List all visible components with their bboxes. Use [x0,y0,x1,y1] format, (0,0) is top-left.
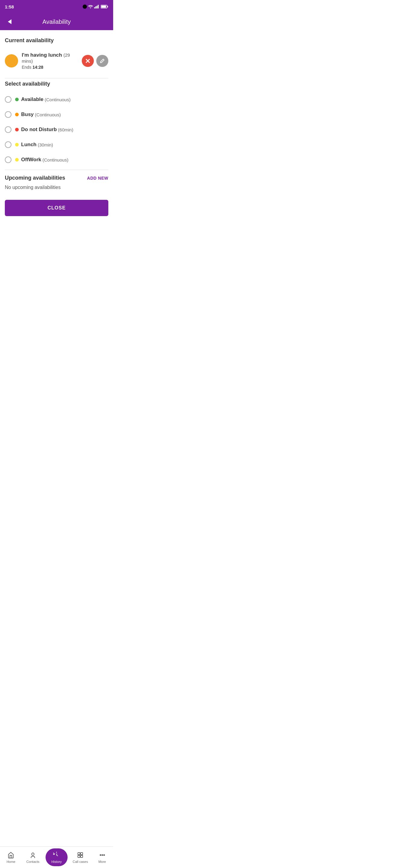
list-item[interactable]: Available (Continuous) [5,92,108,107]
list-item[interactable]: Do not Disturb (60min) [5,122,108,137]
available-indicator [15,98,19,101]
upcoming-availabilities-section: Upcoming availabilities ADD NEW No upcom… [5,175,108,190]
back-arrow-icon [8,19,11,24]
svg-rect-1 [94,7,95,8]
page-title: Availability [15,19,99,25]
status-name: I'm having lunch (29 mins) [22,52,82,64]
battery-icon [101,5,108,8]
x-icon [85,59,90,63]
current-availability-card: I'm having lunch (29 mins) Ends 14:28 [5,49,108,73]
svg-rect-4 [98,5,99,8]
radio-offwork [5,156,11,163]
edit-status-button[interactable] [96,55,108,67]
svg-rect-3 [96,6,97,8]
dnd-indicator [15,128,19,131]
lunch-duration: (30min) [38,142,53,147]
lunch-indicator [15,143,19,147]
svg-point-0 [90,7,91,8]
radio-dnd [5,126,11,133]
camera-dot [83,4,87,9]
svg-rect-6 [107,6,108,7]
status-info: I'm having lunch (29 mins) Ends 14:28 [22,52,82,70]
back-button[interactable] [5,17,15,27]
upcoming-header: Upcoming availabilities ADD NEW [5,175,108,181]
status-icons [83,4,108,9]
divider-1 [5,78,108,79]
list-item[interactable]: Busy (Continuous) [5,107,108,122]
avatar [5,54,18,67]
available-label: Available [21,96,44,102]
no-upcoming-text: No upcoming availabilities [5,185,108,190]
busy-indicator [15,113,19,116]
header: Availability [0,13,113,30]
status-bar: 1:58 [0,0,113,13]
pencil-icon [100,59,105,63]
status-ends: Ends 14:28 [22,65,82,70]
select-availability-title: Select availability [5,81,108,87]
radio-busy [5,111,11,118]
select-availability-section: Select availability Available (Continuou… [5,81,108,167]
add-new-button[interactable]: ADD NEW [87,176,108,181]
dnd-duration: (60min) [58,127,73,132]
availability-list: Available (Continuous) Busy (Continuous)… [5,92,108,167]
offwork-duration: (Continuous) [42,157,68,162]
upcoming-title: Upcoming availabilities [5,175,65,181]
lunch-label: Lunch [21,142,36,148]
current-availability-section: Current availability I'm having lunch (2… [5,37,108,73]
status-time: 1:58 [5,4,14,9]
signal-icon [94,5,99,8]
available-duration: (Continuous) [45,97,70,102]
radio-lunch [5,141,11,148]
offwork-label: OffWork [21,157,41,163]
list-item[interactable]: Lunch (30min) [5,137,108,152]
wifi-icon [88,5,93,8]
main-content: Current availability I'm having lunch (2… [0,30,113,226]
radio-available [5,96,11,103]
busy-duration: (Continuous) [35,112,61,117]
busy-label: Busy [21,112,34,118]
svg-rect-7 [102,6,106,8]
action-buttons [82,55,108,67]
offwork-indicator [15,158,19,161]
remove-status-button[interactable] [82,55,94,67]
ends-time: 14:28 [33,65,44,70]
svg-rect-2 [95,6,96,8]
current-availability-title: Current availability [5,37,108,44]
list-item[interactable]: OffWork (Continuous) [5,152,108,167]
close-button[interactable]: CLOSE [5,200,108,216]
dnd-label: Do not Disturb [21,127,57,133]
